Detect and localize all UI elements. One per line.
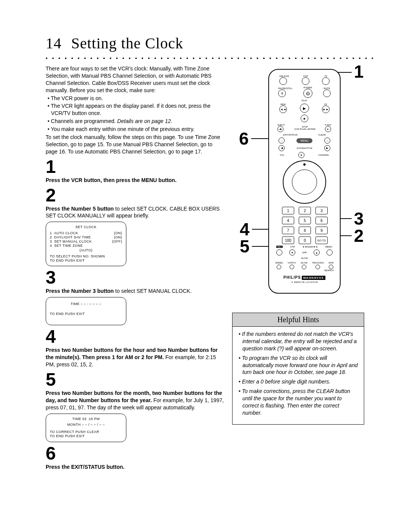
osd3-f1: TO CORRECT PUSH CLEAR	[50, 430, 122, 434]
lbl-tracking: TRACKING	[312, 262, 324, 264]
osd-time-blank: TIME – – : – – – – TO END PUSH EXIT	[46, 297, 126, 325]
callout-1: 1	[354, 63, 364, 80]
lbl-index: ◄◄INDEX►►	[302, 246, 318, 248]
lbl-tv: TV	[322, 75, 330, 77]
lbl-rew: REW	[279, 103, 287, 105]
lbl-chan: CHANNEL	[318, 154, 329, 156]
osd1-f2: TO END PUSH EXIT	[50, 259, 122, 263]
remote-diagram: 1 6 3 2 4	[232, 65, 373, 301]
btn-power: ⏻	[303, 89, 312, 98]
key-goto: GO-TO	[315, 236, 328, 244]
callout-3: 3	[354, 210, 364, 227]
step5-num: 5	[46, 371, 225, 389]
btn-eject: ⏏	[277, 126, 284, 132]
lbl-jog: JOG/SHUTTLE	[296, 147, 312, 149]
lbl-vcr: VCR	[302, 75, 309, 77]
osd1-l1b: (ON)	[114, 231, 123, 235]
osd1-l2b: (ON)	[114, 235, 123, 240]
hints-body: If the numbers entered do not match the …	[233, 327, 364, 424]
key-9: 9	[315, 227, 328, 234]
step3-bold: Press the Number 3 button	[46, 288, 114, 294]
left-column: There are four ways to set the VCR's clo…	[46, 65, 225, 470]
osd3-l2: MONTH – – / – – / – –	[50, 423, 122, 427]
lbl-play: PLAY	[273, 99, 336, 102]
hint-4: To make corrections, press the CLEAR but…	[238, 388, 358, 417]
lbl-slow2: SLOW	[301, 262, 307, 264]
intro-block: There are four ways to set the VCR's clo…	[46, 65, 225, 155]
key-8: 8	[299, 227, 311, 234]
callout-5: 5	[240, 238, 250, 255]
lbl-slow: SLOW	[273, 257, 336, 259]
intro-p1: There are four ways to set the VCR's clo…	[46, 65, 225, 94]
intro-b1: The VCR power is on.	[46, 95, 225, 102]
btn-exit: –	[279, 137, 285, 144]
key-2: 2	[299, 207, 311, 214]
btn-mute	[323, 89, 331, 97]
lbl-skip: SKIP	[328, 262, 334, 264]
lbl-vcrplus: VCR PLUS+,ENTER	[294, 128, 315, 130]
btn-jog-l: ◀	[279, 145, 285, 151]
step2-num: 2	[46, 186, 225, 204]
page-number: 14	[46, 35, 62, 52]
page-title-row: 14 Setting the Clock	[46, 34, 373, 52]
step2-text: Press the Number 5 button to select SET …	[46, 205, 225, 220]
lbl-mute: MUTE	[323, 87, 331, 89]
btn-var-up: ▲	[314, 249, 320, 256]
btn-cbldss	[279, 77, 287, 85]
key-0: 0	[299, 236, 311, 244]
key-7: 7	[282, 227, 294, 234]
intro-b3a: Channels are programmed.	[51, 118, 117, 124]
osd2-f1: TO END PUSH EXIT	[50, 312, 122, 316]
btn-pause: ⏸	[278, 89, 286, 97]
page-title: Setting the Clock	[71, 35, 183, 52]
key-6: 6	[315, 217, 328, 224]
lbl-otr: OTR	[290, 246, 295, 248]
btn-memo	[327, 249, 333, 256]
btn-ff: ►►	[322, 105, 330, 113]
right-column: 1 6 3 2 4	[225, 65, 373, 425]
step4-num: 4	[46, 328, 225, 346]
step6-text: Press the EXIT/STATUS button.	[46, 464, 124, 470]
manual-page: 14 Setting the Clock • • • • • • • • • •…	[0, 0, 411, 532]
lbl-fadv: F.ADV	[325, 124, 331, 126]
lbl-search: SEARCH	[273, 269, 336, 272]
intro-b2: The VCR light appears on the display pan…	[46, 102, 225, 117]
step1-text: Press the VCR button, then press the MEN…	[46, 177, 177, 183]
osd-set-clock: SET CLOCK 1 AUTO CLOCK(ON) 2 DAYLIGHT SA…	[46, 222, 126, 266]
osd1-l1a: 1 AUTO CLOCK	[50, 231, 78, 235]
osd1-l2a: 2 DAYLIGHT SAV TIME	[50, 235, 91, 240]
osd1-l3b: (OFF)	[112, 240, 123, 244]
bottom-row: SPEED VCR/TV SLOW TRACKING SKIP	[273, 262, 336, 269]
brand-magnavox: MAGNAVOX	[302, 276, 326, 280]
lbl-var: VAR	[302, 251, 307, 254]
step2-bold: Press the Number 5 button	[46, 206, 114, 212]
lbl-ff: FF	[322, 103, 330, 105]
key-1: 1	[282, 207, 294, 214]
lbl-vcrtv: VCR/TV	[288, 262, 296, 264]
lbl-rec: REC	[276, 246, 283, 248]
key-100: 100	[282, 236, 294, 244]
brand-philips: PHILIPS	[284, 275, 301, 280]
osd1-l4a: 4 SET TIME ZONE	[50, 244, 83, 248]
btn-down: ▼	[298, 152, 304, 158]
key-3: 3	[315, 207, 328, 214]
lbl-pause: PAUSE/STILL	[278, 87, 293, 89]
step5-text: Press two Number buttons for the month, …	[46, 390, 225, 411]
number-pad: 1 2 3 4 5 6 7 8 9 100 0 GO-TO	[273, 207, 336, 244]
hint-3: Enter a 0 before single digit numbers.	[238, 378, 358, 385]
intro-b3b: Details are on page 12.	[117, 118, 172, 124]
hint-2: To program the VCR so its clock will aut…	[238, 355, 358, 376]
columns: There are four ways to set the VCR's clo…	[46, 65, 373, 470]
brand-row: PHILIPSMAGNAVOX	[273, 275, 336, 280]
divider-dots: • • • • • • • • • • • • • • • • • • • • …	[46, 55, 373, 61]
osd1-title: SET CLOCK	[50, 225, 122, 229]
lbl-cbldss: CBL/DSS	[279, 75, 289, 77]
intro-b3: Channels are programmed. Details are on …	[46, 118, 225, 125]
step4-text: Press two Number buttons for the hour an…	[46, 347, 225, 368]
btn-fadv: ▸	[325, 126, 331, 132]
osd1-l3a: 3 SET MANUAL CLOCK	[50, 240, 92, 244]
osd1-l5: (AUTO)	[50, 248, 122, 252]
osd1-f1: TO SELECT PUSH NO. SHOWN	[50, 254, 122, 259]
step3-text: Press the Number 3 button to select SET …	[46, 288, 225, 295]
btn-rew: ◄◄	[279, 105, 287, 113]
